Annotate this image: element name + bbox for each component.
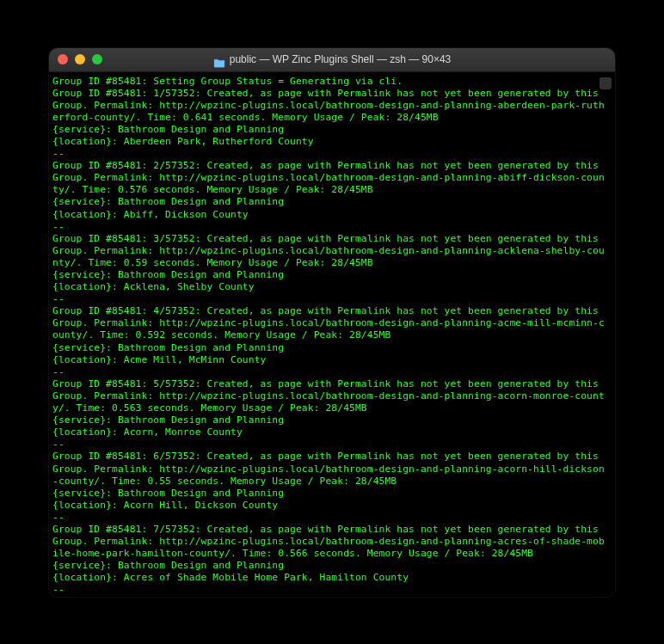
- title-wrap: public — WP Zinc Plugins Shell — zsh — 9…: [49, 53, 615, 65]
- titlebar[interactable]: public — WP Zinc Plugins Shell — zsh — 9…: [49, 48, 615, 72]
- minimize-icon[interactable]: [75, 54, 85, 64]
- window-title: public — WP Zinc Plugins Shell — zsh — 9…: [230, 53, 452, 65]
- zoom-icon[interactable]: [92, 54, 102, 64]
- terminal-window: public — WP Zinc Plugins Shell — zsh — 9…: [49, 48, 615, 597]
- traffic-lights: [58, 54, 102, 64]
- scrollbar-thumb[interactable]: [599, 77, 612, 89]
- terminal-body[interactable]: Group ID #85481: Setting Group Status = …: [49, 72, 615, 597]
- folder-icon: [213, 55, 225, 64]
- terminal-output: Group ID #85481: Setting Group Status = …: [52, 76, 610, 597]
- close-icon[interactable]: [58, 54, 68, 64]
